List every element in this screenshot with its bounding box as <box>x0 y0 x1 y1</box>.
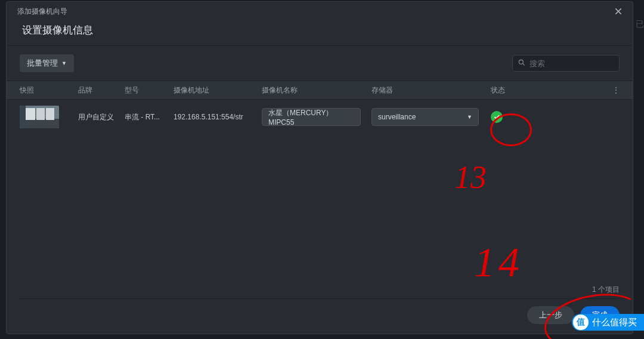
col-status: 状态 <box>491 85 608 95</box>
cell-snapshot <box>20 106 78 128</box>
background-letter: 已 <box>636 19 644 30</box>
col-brand: 品牌 <box>78 85 125 95</box>
batch-manage-label: 批量管理 <box>27 58 58 69</box>
snapshot-thumbnail[interactable] <box>20 106 59 128</box>
cell-name: 水星（MERCURY）MIPC55 <box>262 108 371 126</box>
watermark: 值 什么值得买 <box>572 314 644 331</box>
more-columns-icon[interactable]: ⋮ <box>608 86 620 94</box>
button-row: 上一步 完成 <box>20 299 620 324</box>
chevron-down-icon: ▼ <box>61 60 67 66</box>
col-address: 摄像机地址 <box>174 85 262 95</box>
dialog-header: 添加摄像机向导 <box>7 2 633 17</box>
table-row[interactable]: 用户自定义 串流 - RT... 192.168.5.151:554/str 水… <box>7 100 633 134</box>
page-title: 设置摄像机信息 <box>7 17 633 45</box>
batch-manage-button[interactable]: 批量管理 ▼ <box>20 54 74 72</box>
storage-select[interactable]: surveillance ▼ <box>371 108 479 126</box>
cell-storage: surveillance ▼ <box>371 108 491 126</box>
status-ok-icon <box>491 111 503 123</box>
item-count: 1 个项目 <box>20 285 620 299</box>
search-input[interactable] <box>530 59 630 68</box>
col-storage: 存储器 <box>371 85 491 95</box>
col-name: 摄像机名称 <box>262 85 371 95</box>
storage-value: surveillance <box>378 113 416 121</box>
add-camera-dialog: 添加摄像机向导 设置摄像机信息 批量管理 ▼ 快照 品牌 型号 摄像机地址 摄像… <box>6 1 633 334</box>
watermark-badge: 值 <box>573 315 589 330</box>
prev-button[interactable]: 上一步 <box>527 306 574 324</box>
table-header: 快照 品牌 型号 摄像机地址 摄像机名称 存储器 状态 ⋮ <box>7 81 633 100</box>
svg-point-0 <box>519 60 523 64</box>
svg-rect-4 <box>36 108 45 120</box>
toolbar: 批量管理 ▼ <box>7 46 633 81</box>
search-icon <box>518 58 526 69</box>
col-snapshot: 快照 <box>20 85 78 95</box>
svg-rect-5 <box>46 108 54 120</box>
svg-rect-3 <box>24 108 35 120</box>
svg-rect-6 <box>20 106 26 128</box>
cell-model: 串流 - RT... <box>125 112 174 122</box>
col-model: 型号 <box>125 85 174 95</box>
camera-name-value: 水星（MERCURY）MIPC55 <box>268 108 354 127</box>
cell-status <box>491 111 608 123</box>
cell-brand: 用户自定义 <box>78 112 125 122</box>
close-icon[interactable] <box>611 4 626 19</box>
wizard-title: 添加摄像机向导 <box>17 7 67 17</box>
cell-address: 192.168.5.151:554/str <box>174 113 262 121</box>
chevron-down-icon: ▼ <box>467 114 472 120</box>
camera-name-input[interactable]: 水星（MERCURY）MIPC55 <box>262 108 361 126</box>
dialog-footer: 1 个项目 上一步 完成 <box>7 280 633 334</box>
watermark-text: 什么值得买 <box>592 317 637 328</box>
search-box[interactable] <box>512 55 620 72</box>
